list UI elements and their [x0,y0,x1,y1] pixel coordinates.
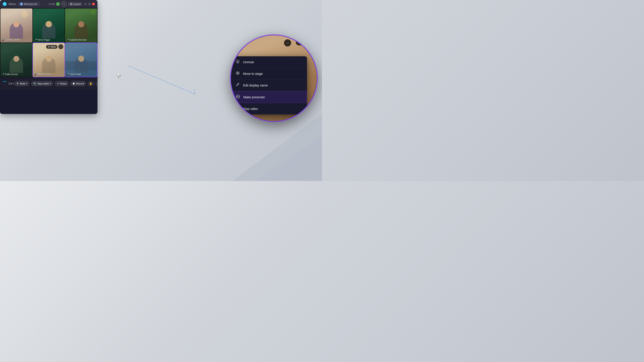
marise-controls: 🎙 Mute ··· [46,44,63,49]
zoom-video-bg: 🎙 Mute ··· Unmute [231,35,317,121]
svg-rect-9 [71,3,72,4]
menu-item-edit-name[interactable]: Edit display name [231,79,307,91]
svg-point-22 [236,71,240,75]
zoom-mute-button[interactable]: 🎙 Mute [296,39,313,45]
stop-video-button[interactable]: 📷 Stop video ▾ [31,81,53,86]
svg-rect-20 [237,60,238,62]
share-button[interactable]: ↗ Share [54,81,69,86]
title-bar-left: Webex Meeting info [3,2,47,6]
mute-button[interactable]: 🎙 Mute ▾ [14,81,30,86]
svg-point-24 [237,73,238,73]
mute-badge-marise[interactable]: 🎙 Mute [46,45,58,49]
zoom-more-button[interactable]: ··· [284,39,291,46]
title-bar-right: − □ × [84,3,95,5]
participant-cell-sofia[interactable]: 🎤 Sofia Gomez [0,43,32,77]
layout-label: Layout [73,3,80,5]
menu-item-move-to-stage[interactable]: Move to stage [231,68,307,79]
zoom-mute-icon: 🎙 [299,41,302,44]
mic-icon-henry: 🎤 [34,39,37,41]
unmute-label: Unmute [243,60,254,64]
title-bar: Webex Meeting info 12:40 [0,0,98,8]
mute-button-icon: 🎙 [16,82,19,85]
record-icon: ⏺ [72,82,75,85]
zoom-circle: 🎙 Mute ··· Unmute [230,35,318,122]
svg-point-5 [21,3,22,5]
layout-button[interactable]: Layout [68,2,82,6]
participant-cell-marise[interactable]: 🎙 Mute ··· 🎤 Marise Torres [33,43,65,77]
participant-name-clarissa: 🎤 Clarissa Smith [2,39,20,41]
control-bar: ▾ 🎙 Mute ▾ 📷 Stop video ▾ ↗ Share [0,77,98,90]
edit-name-label: Edit display name [243,84,268,87]
svg-point-26 [237,96,238,97]
hand-icon: ✋ [89,82,92,85]
svg-rect-11 [71,4,72,5]
control-center: 🎙 Mute ▾ 📷 Stop video ▾ ↗ Share ⏺ Record [14,80,98,87]
participant-name-umar: 🎤 Umar Patel [66,73,81,75]
meeting-info-tab[interactable]: Meeting info [18,2,40,6]
participant-cell-clarissa[interactable]: 🎤 Clarissa Smith [0,8,32,42]
maximize-button[interactable]: □ [88,3,91,5]
menu-item-unmute[interactable]: Unmute [231,56,307,68]
svg-line-7 [64,4,65,5]
context-menu: Unmute Move to stage [231,56,307,114]
make-presenter-icon [236,94,240,100]
mic-icon-marise: 🎤 [34,73,37,75]
mic-icon-isabelle: 🎤 [66,39,69,41]
edit-name-icon [236,83,240,88]
move-to-stage-icon [236,71,240,76]
mute-dropdown-icon: ▾ [26,82,27,85]
mic-icon-sofia: 🎤 [2,73,4,75]
svg-rect-8 [70,3,71,4]
move-to-stage-label: Move to stage [243,72,263,75]
menu-item-stop-video[interactable]: Stop video [231,103,307,114]
unmute-icon [236,59,240,64]
participant-name-marise: 🎤 Marise Torres [34,73,51,75]
participant-cell-isabelle[interactable]: 🌿 🎤 Isabelle Brennan [65,8,97,42]
mic-icon-umar: 🎤 [66,73,69,75]
bg-decoration [232,114,322,181]
recording-status-icon [56,2,60,6]
connection-spinner [2,81,7,86]
svg-rect-12 [9,83,11,84]
control-left: ▾ [2,81,14,86]
svg-line-31 [236,106,240,110]
video-grid: 🎤 Clarissa Smith 🎤 Henry Riggs 🌿 🎤 Isabe… [0,8,98,77]
minimize-button[interactable]: − [84,3,87,5]
app-title: Webex [8,3,16,5]
participant-name-isabelle: 🎤 Isabelle Brennan [66,39,86,41]
participant-name-henry: 🎤 Henry Riggs [34,39,50,41]
participant-cell-umar[interactable]: 🎤 Umar Patel [65,43,97,77]
video-dropdown-icon: ▾ [50,82,51,85]
more-button-marise[interactable]: ··· [58,44,63,49]
mic-icon-clarissa: 🎤 [2,39,4,41]
meeting-info-icon [20,3,23,5]
title-bar-center: 12:40 Layout [48,1,82,7]
participant-cell-henry[interactable]: 🎤 Henry Riggs [33,8,65,42]
webex-window: Webex Meeting info 12:40 [0,0,98,114]
share-icon: ↗ [57,82,59,85]
close-button[interactable]: × [92,3,95,5]
reactions-button[interactable]: 😊 [96,81,98,86]
camera-selector[interactable]: ▾ [8,82,14,85]
search-button[interactable] [61,1,67,7]
stop-video-menu-icon [236,106,240,111]
clock: 12:40 [48,3,55,5]
webex-logo-icon [3,2,7,6]
svg-point-6 [63,3,64,5]
stop-video-icon: 📷 [33,82,36,85]
svg-rect-23 [237,72,238,74]
stop-video-menu-label: Stop video [243,107,258,111]
meeting-info-label: Meeting info [24,3,37,5]
record-button[interactable]: ⏺ Record [70,81,86,86]
raise-hand-button[interactable]: ✋ [88,81,94,86]
participant-name-sofia: 🎤 Sofia Gomez [2,73,18,75]
emoji-icon: 😊 [97,82,98,85]
mute-icon: 🎙 [48,45,50,48]
make-presenter-label: Make presenter [243,95,265,99]
menu-item-make-presenter[interactable]: Make presenter [231,91,307,103]
svg-rect-10 [70,4,71,5]
